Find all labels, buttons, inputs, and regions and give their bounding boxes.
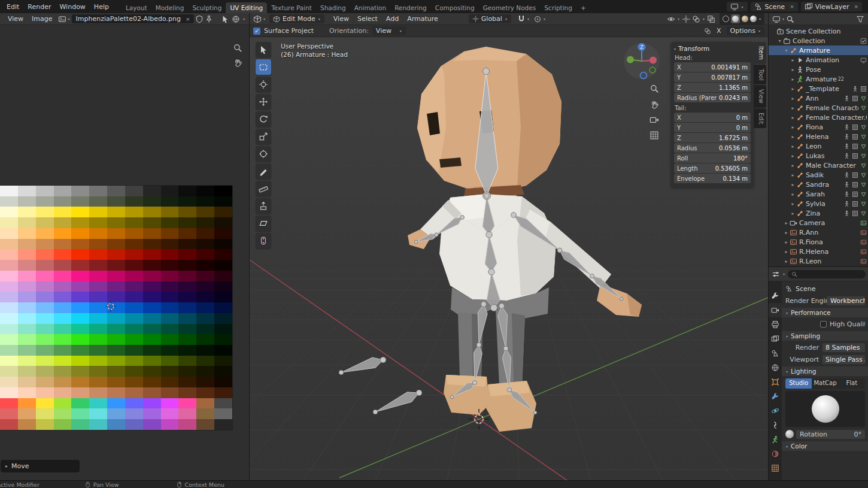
tool-transform[interactable] — [256, 146, 271, 162]
tab-tool[interactable]: Tool — [754, 65, 766, 84]
properties-tab-constraints[interactable] — [769, 418, 782, 432]
shading-wireframe-button[interactable] — [723, 16, 729, 22]
sampling-value-render[interactable]: 8 Samples — [823, 343, 865, 352]
studiolight-preview[interactable] — [785, 391, 865, 427]
shading-rendered-button[interactable] — [750, 16, 757, 22]
tool-move[interactable] — [256, 94, 271, 110]
tool-rotate[interactable] — [256, 111, 271, 127]
expand-arrow-icon[interactable]: ▸ — [790, 86, 796, 92]
outliner-row-helena[interactable]: ▸Helena — [769, 132, 868, 141]
proportional-edit-icon[interactable] — [533, 15, 542, 23]
outliner-row-camera[interactable]: ▸Camera — [769, 218, 868, 228]
properties-tab-tool[interactable] — [769, 289, 782, 303]
outliner-row-lukas[interactable]: ▸Lukas — [769, 151, 868, 160]
outliner-row-zina[interactable]: ▸Zina — [769, 208, 868, 218]
filter-icon[interactable] — [856, 15, 864, 23]
uv-select-tool-icon[interactable] — [221, 15, 229, 23]
workspace-tab-compositing[interactable]: Compositing — [431, 2, 479, 13]
image-browse-icon[interactable] — [58, 15, 66, 23]
field-y[interactable]: Y0 m — [674, 123, 751, 132]
properties-tab-world[interactable] — [769, 360, 782, 375]
viewport-menu-armature[interactable]: Armature — [403, 14, 442, 23]
unlink-viewlayer-icon[interactable]: × — [854, 4, 858, 10]
shading-solid-button[interactable] — [731, 14, 740, 23]
tab-view[interactable]: View — [754, 85, 766, 108]
uv-menu-view[interactable]: View — [4, 14, 28, 23]
expand-arrow-icon[interactable]: ▸ — [790, 144, 796, 149]
expand-arrow-icon[interactable]: ▸ — [790, 192, 796, 197]
transform-panel-header[interactable]: ▾Transform — [674, 45, 751, 52]
outliner-row-scene-collection[interactable]: Scene Collection — [769, 26, 868, 36]
field-length[interactable]: Length0.53605 m — [674, 163, 751, 173]
high-quality-checkbox[interactable] — [820, 321, 827, 328]
expand-arrow-icon[interactable]: ▸ — [790, 77, 796, 82]
outliner-row-sarah[interactable]: ▸Sarah — [769, 189, 868, 199]
outliner-row-female-character-00[interactable]: ▸Female Character.00 — [769, 113, 868, 122]
properties-tab-view-layer[interactable] — [769, 332, 782, 346]
field-radius[interactable]: Radius0.0536 m — [674, 143, 751, 153]
studiolight-ball-icon[interactable] — [785, 430, 794, 438]
ortho-toggle-icon[interactable] — [648, 129, 660, 141]
tab-edit[interactable]: Edit — [754, 108, 766, 128]
expand-arrow-icon[interactable]: ▸ — [790, 96, 796, 101]
outliner-row-sandra[interactable]: ▸Sandra — [769, 180, 868, 189]
properties-tab-modifiers[interactable] — [769, 389, 782, 404]
editor-type-icon[interactable] — [772, 270, 780, 278]
expand-arrow-icon[interactable]: ▾ — [776, 38, 783, 44]
palette-image[interactable] — [0, 186, 232, 430]
workspace-tab-geometry-nodes[interactable]: Geometry Nodes — [479, 2, 541, 13]
outliner-row-pose[interactable]: ▸Pose — [769, 65, 868, 74]
properties-tab-material[interactable] — [769, 447, 782, 461]
fake-user-icon[interactable] — [195, 15, 204, 23]
field-z[interactable]: Z1.1365 m — [674, 83, 751, 92]
outliner-row-leon[interactable]: ▸Leon — [769, 141, 868, 151]
field-x[interactable]: X0 m — [674, 113, 751, 122]
pan-hand-icon[interactable] — [233, 57, 244, 68]
expand-arrow-icon[interactable]: ▸ — [783, 230, 790, 235]
options-dropdown[interactable]: Options▾ — [727, 26, 764, 35]
properties-tab-render[interactable] — [769, 303, 782, 317]
character-mesh[interactable] — [408, 47, 642, 432]
rotation-slider[interactable]: Rotation0° — [796, 430, 865, 439]
outliner-row-armature[interactable]: ▸Armature22 — [769, 74, 868, 84]
render-engine-dropdown[interactable]: Workbench — [827, 296, 865, 305]
uv-menu-image[interactable]: Image — [28, 14, 56, 23]
field-envelope[interactable]: Envelope0.134 m — [674, 174, 751, 183]
mirror-icon[interactable] — [704, 28, 711, 35]
properties-tab-scene[interactable] — [769, 346, 782, 360]
field-roll[interactable]: Roll180° — [674, 153, 751, 163]
visibility-icon[interactable] — [667, 15, 675, 23]
workspace-tab-uv-editing[interactable]: UV Editing — [226, 2, 267, 13]
outliner-row-template[interactable]: ▸_Template — [769, 84, 868, 93]
workspace-tab-layout[interactable]: Layout — [122, 2, 151, 13]
overlays-icon[interactable] — [692, 15, 700, 23]
shading-material-button[interactable] — [742, 16, 748, 22]
editor-link-selector[interactable]: ▾ — [727, 2, 748, 11]
expand-arrow-icon[interactable]: ▸ — [783, 249, 790, 254]
lighting-tab-matcap[interactable]: MatCap — [812, 378, 838, 389]
outliner-row-r-helena[interactable]: ▸R.Helena — [769, 247, 868, 256]
outliner-row-sylvia[interactable]: ▸Sylvia — [769, 199, 868, 208]
tab-item[interactable]: Item — [754, 42, 766, 64]
tool-scale[interactable] — [256, 129, 271, 144]
xray-toggle-icon[interactable] — [707, 15, 715, 23]
viewport-menu-add[interactable]: Add — [382, 14, 403, 23]
snap-icon[interactable] — [517, 15, 526, 23]
outliner-row-collection[interactable]: ▾Collection — [769, 36, 868, 46]
workspace-tab-texture-paint[interactable]: Texture Paint — [267, 2, 316, 13]
gizmos-toggle-icon[interactable] — [682, 15, 690, 23]
workspace-tab-rendering[interactable]: Rendering — [390, 2, 431, 13]
properties-tab-texture[interactable] — [769, 461, 782, 475]
tool-measure[interactable] — [256, 181, 271, 196]
viewport-menu-select[interactable]: Select — [353, 14, 382, 23]
workspace-tab-sculpting[interactable]: Sculpting — [188, 2, 226, 13]
workspace-tab-animation[interactable]: Animation — [350, 2, 391, 13]
sampling-section-header[interactable]: ▾Sampling — [782, 331, 868, 341]
mirror-x-label[interactable]: X — [717, 27, 721, 35]
field-radius-paren[interactable]: Radius (Paren0.0243 m — [674, 93, 751, 102]
color-section-header[interactable]: ▾Color — [782, 441, 868, 451]
tool-annotate[interactable] — [256, 163, 271, 179]
viewlayer-selector[interactable]: ViewLayer× — [801, 2, 862, 11]
outliner-display-mode-icon[interactable] — [772, 15, 781, 23]
properties-tab-object-data[interactable] — [769, 432, 782, 447]
